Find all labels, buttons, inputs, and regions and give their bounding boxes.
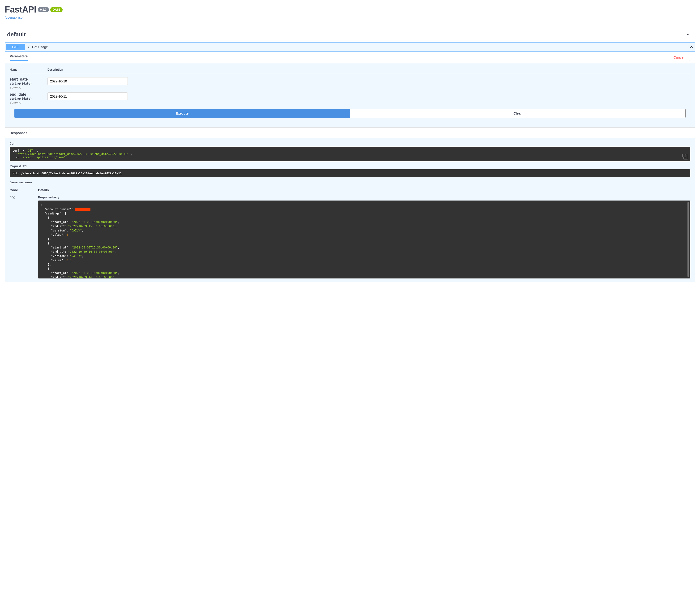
openapi-link[interactable]: /openapi.json	[5, 16, 695, 19]
tag-name: default	[7, 31, 26, 38]
operation-get-usage: GET / Get Usage Parameters Cancel Name D…	[5, 42, 695, 282]
operation-path: /	[27, 45, 30, 50]
operation-summary: Get Usage	[32, 45, 48, 49]
response-body-block: { "account_number": , "readings": [ { "s…	[38, 201, 690, 279]
version-badge: 0.1.0	[38, 7, 49, 12]
param-name: end_date	[10, 92, 47, 97]
operation-header[interactable]: GET / Get Usage	[5, 42, 695, 52]
request-url-label: Request URL	[10, 165, 690, 168]
scrollbar[interactable]	[688, 202, 689, 277]
param-in: (query)	[10, 101, 47, 104]
app-title: FastAPI	[5, 5, 36, 15]
chevron-up-icon	[686, 32, 691, 37]
oas-badge: OAS3	[50, 7, 63, 12]
param-row-start-date: start_date string($date) (query)	[10, 74, 690, 89]
end-date-input[interactable]	[47, 92, 128, 100]
param-col-name: Name	[10, 68, 47, 71]
curl-block: curl -X 'GET' \ 'http://localhost:8000/?…	[10, 147, 690, 161]
server-response-label: Server response	[10, 181, 690, 184]
responses-title: Responses	[5, 127, 695, 138]
response-body-label: Response body	[38, 196, 690, 199]
param-col-description: Description	[47, 68, 63, 71]
copy-icon[interactable]	[683, 155, 688, 160]
resp-code-header: Code	[10, 188, 28, 192]
cancel-button[interactable]: Cancel	[668, 54, 690, 61]
curl-label: Curl	[10, 142, 690, 145]
resp-details-header: Details	[38, 188, 49, 192]
execute-button[interactable]: Execute	[14, 109, 350, 118]
parameters-title: Parameters	[10, 54, 28, 61]
resp-status-code: 200	[10, 196, 28, 279]
param-name: start_date	[10, 77, 47, 82]
tag-default-header[interactable]: default	[5, 29, 695, 40]
request-url-block: http://localhost:8000/?start_date=2022-1…	[10, 169, 690, 177]
param-row-end-date: end_date string($date) (query)	[10, 89, 690, 104]
start-date-input[interactable]	[47, 77, 128, 85]
param-type: string($date)	[10, 97, 47, 100]
param-type: string($date)	[10, 82, 47, 85]
param-in: (query)	[10, 86, 47, 89]
http-method-badge: GET	[6, 44, 25, 50]
chevron-up-icon	[689, 44, 694, 50]
redacted-account-number	[75, 208, 90, 211]
clear-button[interactable]: Clear	[350, 109, 686, 118]
